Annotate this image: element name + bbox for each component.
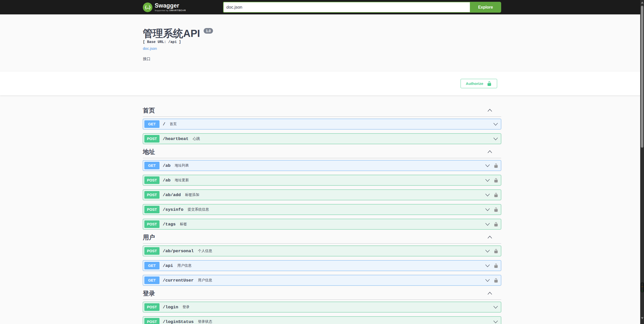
- operation-row[interactable]: POST /loginStatus 登录状态: [143, 316, 501, 324]
- tag-header[interactable]: 首页: [143, 107, 501, 117]
- unlock-icon: [494, 178, 498, 183]
- chevron-down-icon[interactable]: [485, 263, 490, 268]
- auth-lock-button[interactable]: [494, 222, 498, 227]
- operation-row[interactable]: POST /tags 标签: [143, 219, 501, 229]
- auth-lock-button[interactable]: [494, 163, 498, 168]
- method-badge: POST: [144, 247, 159, 255]
- unlock-icon: [494, 249, 498, 253]
- operation-summary: 标签添加: [185, 193, 199, 197]
- method-badge: GET: [144, 262, 159, 269]
- api-description: 接口: [143, 57, 501, 61]
- operation-path: /loginStatus: [163, 319, 194, 324]
- brand-title: Swagger: [155, 3, 186, 9]
- tag-header[interactable]: 地址: [143, 148, 501, 158]
- operation-summary: 用户信息: [198, 278, 212, 283]
- chevron-down-icon[interactable]: [485, 178, 490, 182]
- operation-summary: 地址列表: [175, 163, 189, 168]
- chevron-down-icon[interactable]: [493, 319, 498, 324]
- spec-url-form: Explore: [223, 2, 501, 13]
- method-badge: POST: [144, 176, 159, 184]
- operation-row[interactable]: GET /api 用户信息: [143, 260, 501, 271]
- operation-path: /sysinfo: [163, 207, 183, 212]
- base-url: [ Base URL: /api ]: [143, 40, 501, 44]
- tag-section: 登录 POST /login 登录 POST /loginStatus 登录状态: [143, 290, 501, 324]
- spec-json-link[interactable]: doc.json: [143, 46, 157, 51]
- tag-header[interactable]: 用户: [143, 234, 501, 244]
- authorize-label: Authorize: [466, 81, 483, 86]
- tag-section: 地址 GET /ab 地址列表 POST /ab 地址更新: [143, 148, 501, 229]
- method-badge: GET: [144, 276, 159, 284]
- chevron-down-icon[interactable]: [493, 305, 498, 309]
- chevron-down-icon[interactable]: [485, 163, 490, 168]
- operation-summary: 登录状态: [198, 319, 212, 324]
- auth-lock-button[interactable]: [494, 207, 498, 212]
- scrollbar-marker-box: [640, 283, 644, 292]
- auth-lock-button[interactable]: [494, 249, 498, 253]
- auth-lock-button[interactable]: [494, 263, 498, 268]
- chevron-up-icon[interactable]: [487, 108, 493, 113]
- operation-row[interactable]: POST /heartbeat 心跳: [143, 133, 501, 144]
- method-badge: POST: [144, 135, 159, 143]
- auth-lock-button[interactable]: [494, 178, 498, 183]
- scrollbar-track[interactable]: [640, 0, 644, 324]
- operation-summary: 登录: [182, 305, 190, 309]
- chevron-up-icon[interactable]: [487, 150, 493, 154]
- method-badge: POST: [144, 220, 159, 228]
- method-badge: POST: [144, 206, 159, 213]
- auth-lock-button[interactable]: [494, 193, 498, 197]
- unlock-icon: [494, 207, 498, 212]
- method-badge: GET: [144, 120, 159, 128]
- scrollbar-down-arrow-icon[interactable]: [641, 317, 643, 319]
- operation-row[interactable]: POST /ab 地址更新: [143, 175, 501, 186]
- chevron-down-icon[interactable]: [485, 249, 490, 253]
- operation-summary: 地址更新: [175, 178, 189, 182]
- auth-lock-button[interactable]: [494, 278, 498, 283]
- chevron-down-icon[interactable]: [493, 136, 498, 141]
- operation-summary: 首页: [170, 122, 177, 126]
- operation-summary: 用户信息: [177, 263, 192, 268]
- chevron-down-icon[interactable]: [485, 278, 490, 283]
- method-badge: GET: [144, 162, 159, 169]
- explore-button[interactable]: Explore: [470, 2, 501, 13]
- swagger-logo[interactable]: {…} Swagger Supported by SMARTBEAR: [143, 3, 186, 12]
- operation-path: /ab: [163, 178, 171, 183]
- spec-url-input[interactable]: [223, 2, 470, 13]
- unlock-icon: [494, 222, 498, 227]
- tag-name: 用户: [143, 234, 155, 241]
- tag-name: 首页: [143, 107, 155, 114]
- operation-summary: 心跳: [193, 136, 200, 141]
- operation-path: /: [163, 122, 165, 127]
- operation-row[interactable]: GET /ab 地址列表: [143, 160, 501, 171]
- operation-row[interactable]: POST /ab/personal 个人信息: [143, 246, 501, 256]
- operation-summary: 个人信息: [198, 249, 212, 253]
- method-badge: POST: [144, 318, 159, 324]
- operation-path: /ab/add: [163, 193, 181, 197]
- operation-path: /ab/personal: [163, 249, 194, 253]
- operation-path: /login: [163, 305, 178, 310]
- page-title: 管理系统API 1.0: [143, 28, 501, 39]
- tag-header[interactable]: 登录: [143, 290, 501, 300]
- unlock-icon: [494, 163, 498, 168]
- chevron-down-icon[interactable]: [485, 193, 490, 197]
- operation-path: /tags: [163, 222, 176, 227]
- chevron-down-icon[interactable]: [493, 122, 498, 126]
- api-info-section: 管理系统API 1.0 [ Base URL: /api ] doc.json …: [0, 14, 644, 72]
- chevron-up-icon[interactable]: [487, 291, 493, 296]
- operation-row[interactable]: GET / 首页: [143, 119, 501, 129]
- version-badge: 1.0: [204, 28, 213, 34]
- scrollbar-thumb[interactable]: [641, 6, 643, 148]
- chevron-up-icon[interactable]: [487, 235, 493, 240]
- chevron-down-icon[interactable]: [485, 222, 490, 226]
- topbar: {…} Swagger Supported by SMARTBEAR Explo…: [0, 0, 644, 14]
- operation-summary: 提交系统信息: [188, 207, 209, 212]
- operation-row[interactable]: POST /ab/add 标签添加: [143, 190, 501, 200]
- operation-row[interactable]: POST /sysinfo 提交系统信息: [143, 204, 501, 215]
- operation-row[interactable]: POST /login 登录: [143, 302, 501, 312]
- tag-section: 首页 GET / 首页 POST /heartbeat 心跳: [143, 107, 501, 144]
- scheme-container: Authorize: [0, 72, 644, 96]
- authorize-button[interactable]: Authorize: [461, 79, 497, 88]
- chevron-down-icon[interactable]: [485, 207, 490, 212]
- operation-row[interactable]: GET /currentUser 用户信息: [143, 275, 501, 286]
- brand-subtitle: Supported by SMARTBEAR: [155, 9, 186, 12]
- scrollbar-up-arrow-icon[interactable]: [641, 2, 643, 4]
